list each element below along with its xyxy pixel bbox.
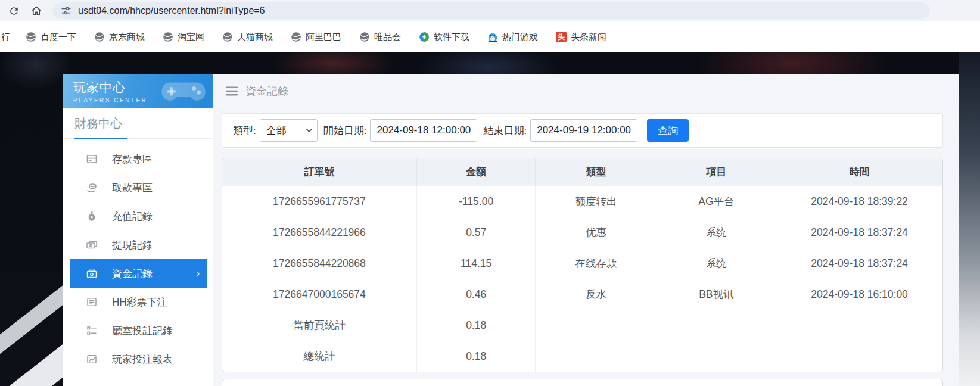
sidebar-item-withdrawal-records[interactable]: 提現記錄: [70, 231, 207, 259]
cell-time: 2024-09-18 16:10:00: [776, 279, 942, 310]
cell-type: 优惠: [536, 217, 657, 248]
filter-panel: 類型: 全部 開始日期: 結束日期: 查詢: [222, 113, 943, 148]
cell-type: 反水: [536, 279, 657, 310]
type-filter-label: 類型:: [233, 124, 256, 138]
globe-favicon-icon: [291, 32, 301, 42]
table-row: 1726647000165674 0.46 反水 BB视讯 2024-09-18…: [222, 279, 942, 310]
col-header-amount: 金額: [416, 158, 535, 186]
globe-favicon-icon: [163, 32, 173, 42]
bookmark-alibaba[interactable]: 阿里巴巴: [291, 32, 341, 43]
funds-table-panel: 訂單號 金額 類型 項目 時間 1726655961775737 -115.00…: [222, 158, 943, 372]
cell-order-no: 1726655844221966: [222, 217, 416, 248]
bookmarks-bar: 行 百度一下 京东商城 淘宝网 天猫商城 阿里巴巴 唯品会 软件下载 热门游戏 …: [0, 21, 980, 52]
cell-order-no: 1726655961775737: [222, 186, 416, 217]
cell-time: 2024-09-18 18:37:24: [776, 248, 942, 279]
cell-amount: -115.00: [416, 186, 535, 217]
globe-favicon-icon: [359, 32, 370, 42]
sidebar: 玩家中心 PLAYERS CENTER 財務中心 存款專區 取款專區: [63, 74, 213, 386]
cell-time: 2024-09-18 18:37:24: [776, 217, 942, 248]
cell-page-total-label: 當前頁統計: [222, 310, 416, 341]
url-bar[interactable]: usdt04.com/hhcp/usercenter.html?iniType=…: [52, 2, 930, 19]
bookmark-software-download[interactable]: 软件下载: [419, 32, 469, 43]
table-row: 1726655844221966 0.57 优惠 系统 2024-09-18 1…: [222, 217, 942, 248]
withdraw-icon: [86, 182, 98, 194]
cell-item: AG平台: [657, 186, 776, 217]
withdrawal-record-icon: [86, 239, 98, 251]
page-title: 資金記錄: [245, 84, 288, 98]
bookmark-hot-games[interactable]: 热门游戏: [487, 32, 538, 43]
cell-type: 额度转出: [536, 186, 657, 217]
sidebar-menu: 存款專區 取款專區 ¥ 充值記錄 提現記錄 資金記錄 ›: [70, 145, 207, 373]
home-icon[interactable]: [30, 4, 43, 17]
globe-favicon-icon: [26, 32, 36, 42]
bookmark-vip[interactable]: 唯品会: [359, 32, 401, 43]
table-row: 1726655844220868 114.15 在线存款 系统 2024-09-…: [222, 248, 942, 279]
type-select[interactable]: 全部: [260, 119, 318, 142]
cell-order-no: 1726655844220868: [222, 248, 416, 279]
end-date-label: 結束日期:: [483, 124, 527, 138]
cell-amount: 114.15: [416, 248, 535, 279]
sidebar-item-hall-bet-records[interactable]: 廳室投註記錄: [70, 316, 207, 345]
start-date-input[interactable]: [370, 119, 477, 142]
col-header-order-no: 訂單號: [222, 158, 416, 186]
table-row-page-total: 當前頁統計 0.18: [222, 310, 942, 341]
globe-favicon-icon: [94, 32, 105, 42]
sidebar-section-title: 財務中心: [74, 116, 213, 132]
type-select-wrap: 全部: [260, 119, 318, 142]
recharge-record-icon: ¥: [86, 210, 98, 222]
cell-item: 系统: [657, 248, 776, 279]
gamepad-icon: [158, 77, 209, 105]
lottery-bet-icon: [86, 296, 98, 308]
col-header-time: 時間: [776, 158, 942, 186]
bookmark-baidu[interactable]: 百度一下: [26, 32, 76, 43]
table-row-grand-total: 總統計 0.18: [222, 341, 942, 372]
bookmark-taobao[interactable]: 淘宝网: [163, 32, 204, 43]
sidebar-item-hh-lottery-bets[interactable]: HH彩票下注: [70, 288, 207, 316]
toutiao-favicon-icon: 头: [556, 32, 567, 42]
banner-subtitle: PLAYERS CENTER: [73, 97, 213, 104]
player-center-panel: 玩家中心 PLAYERS CENTER 財務中心 存款專區 取款專區: [63, 74, 959, 386]
cell-order-no: 1726647000165674: [222, 279, 416, 310]
software-download-favicon-icon: [419, 32, 430, 42]
sidebar-item-player-bet-report[interactable]: 玩家投注報表: [70, 345, 207, 373]
end-date-input[interactable]: [530, 119, 637, 142]
hot-games-favicon-icon: [487, 32, 498, 43]
url-text: usdt04.com/hhcp/usercenter.html?iniType=…: [78, 5, 265, 16]
funds-table: 訂單號 金額 類型 項目 時間 1726655961775737 -115.00…: [222, 158, 942, 372]
bookmark-jd[interactable]: 京东商城: [94, 32, 145, 43]
backdrop-right-fade: [959, 52, 980, 386]
cell-page-total-amount: 0.18: [416, 310, 535, 341]
pagination-panel-partial: [222, 379, 943, 386]
table-header-row: 訂單號 金額 類型 項目 時間: [222, 158, 942, 186]
hall-bet-record-icon: [86, 325, 98, 337]
col-header-item: 項目: [657, 158, 776, 186]
cell-type: 在线存款: [536, 248, 657, 279]
bookmark-toutiao-news[interactable]: 头 头条新闻: [556, 32, 606, 43]
sidebar-item-deposit-zone[interactable]: 存款專區: [70, 145, 207, 173]
player-report-icon: [86, 353, 98, 365]
sidebar-section-finance: 財務中心: [63, 108, 213, 139]
col-header-type: 類型: [536, 158, 657, 186]
sidebar-item-withdraw-zone[interactable]: 取款專區: [70, 173, 207, 202]
bookmark-tmall[interactable]: 天猫商城: [222, 32, 273, 43]
main-content: 資金記錄 類型: 全部 開始日期: 結束日期: 查詢: [213, 74, 959, 386]
sidebar-item-recharge-records[interactable]: ¥ 充值記錄: [70, 202, 207, 231]
sidebar-item-funds-records[interactable]: 資金記錄 ›: [70, 259, 207, 288]
cell-amount: 0.46: [416, 279, 535, 310]
hamburger-menu-icon[interactable]: [226, 86, 238, 96]
globe-favicon-icon: [222, 32, 233, 42]
cell-grand-total-amount: 0.18: [416, 341, 535, 372]
page-area: 玩家中心 PLAYERS CENTER 財務中心 存款專區 取款專區: [0, 52, 980, 386]
bookmark-partial[interactable]: 行: [1, 32, 10, 43]
reload-icon[interactable]: [7, 4, 20, 17]
browser-toolbar: usdt04.com/hhcp/usercenter.html?iniType=…: [0, 0, 980, 21]
search-button[interactable]: 查詢: [647, 119, 689, 142]
cell-item: BB视讯: [657, 279, 776, 310]
funds-record-icon: [86, 267, 98, 279]
chevron-right-icon: ›: [197, 268, 200, 279]
content-header: 資金記錄: [222, 80, 943, 102]
site-settings-tune-icon[interactable]: [61, 5, 71, 16]
cell-item: 系统: [657, 217, 776, 248]
cell-time: 2024-09-18 18:39:22: [776, 186, 942, 217]
section-title-underline: [74, 138, 127, 139]
